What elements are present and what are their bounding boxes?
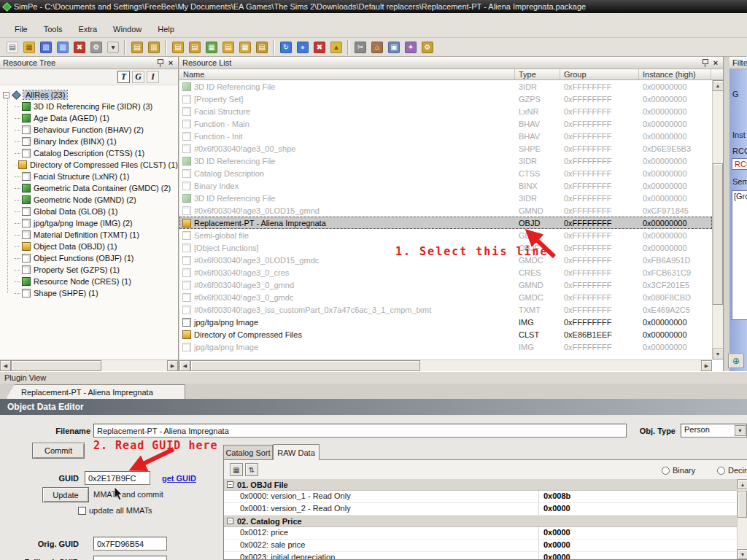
resource-row[interactable]: Replacement-PT - Aliena ImpregnataOBJD0x… bbox=[179, 217, 712, 229]
scroll-thumb[interactable] bbox=[713, 163, 723, 305]
cut-icon[interactable]: ✂ bbox=[352, 39, 368, 55]
package-save-icon[interactable]: ▥ bbox=[146, 39, 162, 55]
abort-icon[interactable]: ✖ bbox=[71, 39, 88, 55]
resource-row[interactable]: 3D ID Referencing File3IDR0xFFFFFFFF0x00… bbox=[179, 80, 712, 93]
tab-catalog-sort[interactable]: Catalog Sort bbox=[223, 445, 273, 459]
scroll-thumb[interactable] bbox=[190, 360, 420, 371]
menu-item-help[interactable]: Help bbox=[150, 23, 182, 36]
scroll-left-icon[interactable]: ◀ bbox=[179, 360, 190, 371]
resource-row[interactable]: #0x6f003040!age3_0_gmndGMND0xFFFFFFFF0x3… bbox=[179, 279, 712, 291]
options-gear-icon[interactable]: ⚙ bbox=[419, 39, 436, 55]
resource-row[interactable]: 3D ID Referencing File3IDR0xFFFFFFFF0x00… bbox=[179, 192, 712, 204]
resource-row[interactable]: Directory of Compressed FilesCLST0xE86B1… bbox=[179, 328, 712, 341]
pin-icon[interactable] bbox=[156, 58, 163, 67]
filename-input[interactable] bbox=[93, 424, 627, 438]
binary-radio[interactable]: Binary bbox=[662, 466, 695, 475]
wizard-icon[interactable]: ✦ bbox=[403, 39, 419, 55]
tree-item[interactable]: Property Set (GZPS) (1) bbox=[0, 264, 178, 276]
tree-item[interactable]: Global Data (GLOB) (1) bbox=[0, 206, 178, 217]
list-hscrollbar[interactable]: ◀ ▶ bbox=[179, 359, 712, 371]
resource-row[interactable]: jpg/tga/png ImageIMG0xFFFFFFFF0x00000000 bbox=[179, 316, 712, 328]
collapse-icon[interactable]: − bbox=[227, 518, 233, 524]
guid-input[interactable] bbox=[85, 471, 150, 485]
tree-root-item[interactable]: −AllRes (23) bbox=[0, 89, 178, 101]
resource-row[interactable]: #0x6f003040!age3_iss_customPart_0x7a47c6… bbox=[179, 303, 712, 316]
resource-import-icon[interactable]: ▦ bbox=[204, 39, 220, 55]
sort-by-i-button[interactable]: I bbox=[147, 71, 159, 83]
objtype-select[interactable]: Person ▼ bbox=[681, 424, 747, 438]
raw-data-row[interactable]: 0x0001: version_2 - Read Only0x0000 bbox=[224, 503, 737, 516]
raw-section-header[interactable]: −02. Catalog Price bbox=[224, 516, 737, 527]
menu-item-file[interactable]: File bbox=[7, 23, 35, 36]
update-all-mmats-checkbox[interactable] bbox=[78, 507, 86, 515]
raw-data-row[interactable]: 0x0000: version_1 - Read Only0x008b bbox=[224, 491, 737, 503]
column-header-type[interactable]: Type bbox=[515, 69, 560, 79]
scroll-up-icon[interactable]: ▲ bbox=[738, 479, 747, 489]
collapse-icon[interactable]: − bbox=[3, 92, 9, 98]
chevron-down-icon[interactable]: ▼ bbox=[735, 425, 746, 436]
open-file-icon[interactable]: ▦ bbox=[21, 39, 37, 55]
menu-item-window[interactable]: Window bbox=[106, 23, 149, 36]
column-header-instance-high-[interactable]: Instance (high) bbox=[639, 69, 711, 79]
scroll-right-icon[interactable]: ▶ bbox=[701, 360, 712, 371]
resource-row[interactable]: Facial StructureLxNR0xFFFFFFFF0x00000000 bbox=[179, 105, 712, 117]
tree-item[interactable]: Behaviour Function (BHAV) (2) bbox=[0, 124, 178, 136]
panel-splitter[interactable] bbox=[724, 57, 729, 371]
filter-listbox[interactable]: [Gro bbox=[732, 190, 747, 320]
tree-item[interactable]: Age Data (AGED) (1) bbox=[0, 112, 178, 124]
tree-item[interactable]: Geometric Node (GMND) (2) bbox=[0, 194, 178, 206]
raw-vscrollbar[interactable]: ▲ ▼ bbox=[737, 479, 747, 559]
package-new-icon[interactable]: ▤ bbox=[129, 39, 145, 55]
menu-item-tools[interactable]: Tools bbox=[36, 23, 70, 36]
resource-row[interactable]: Binary IndexBINX0xFFFFFFFF0x00000000 bbox=[179, 179, 712, 192]
delete-icon[interactable]: ✖ bbox=[311, 39, 328, 55]
refresh-icon[interactable]: ↻ bbox=[278, 39, 294, 55]
tree-item[interactable]: Object Functions (OBJF) (1) bbox=[0, 252, 178, 264]
tab-raw-data[interactable]: RAW Data bbox=[273, 444, 320, 460]
categorized-view-icon[interactable]: ▦ bbox=[230, 463, 243, 476]
menu-item-extra[interactable]: Extra bbox=[71, 23, 104, 36]
close-icon[interactable]: × bbox=[166, 58, 175, 67]
get-guid-link[interactable]: get GUID bbox=[162, 474, 196, 483]
list-vscrollbar[interactable]: ▲ ▼ bbox=[712, 80, 723, 359]
raw-data-row[interactable]: 0x0022: sale price0x0000 bbox=[224, 540, 737, 552]
resource-replace-icon[interactable]: ▦ bbox=[237, 39, 253, 55]
resource-row[interactable]: Semi-global fileGLOB0xFFFFFFFF0x00000000 bbox=[179, 229, 712, 241]
update-mmats-label[interactable]: MMATs and commit bbox=[93, 490, 163, 499]
filter-field[interactable]: RCC bbox=[732, 158, 747, 170]
decimal-radio[interactable]: Decimal bbox=[717, 466, 747, 475]
tree-item[interactable]: Object Data (OBJD) (1) bbox=[0, 241, 178, 252]
plugin-tab[interactable]: Replacement-PT - Aliena Impregnata bbox=[6, 384, 185, 399]
tree-item[interactable]: Material Definition (TXMT) (1) bbox=[0, 229, 178, 241]
resource-row[interactable]: 3D ID Referencing File3IDR0xFFFFFFFF0x00… bbox=[179, 155, 712, 167]
resource-row[interactable]: Function - MainBHAV0xFFFFFFFF0x00000000 bbox=[179, 117, 712, 130]
scroll-left-icon[interactable]: ◀ bbox=[0, 360, 11, 371]
resource-row[interactable]: #0x6f003040!age3_00_shpeSHPE0xFFFFFFFF0x… bbox=[179, 142, 712, 155]
web-icon[interactable]: ● bbox=[295, 39, 311, 55]
collapse-icon[interactable]: − bbox=[227, 481, 233, 488]
scroll-right-icon[interactable]: ▶ bbox=[167, 360, 178, 371]
scroll-up-icon[interactable]: ▲ bbox=[713, 80, 724, 91]
orig-guid-input[interactable] bbox=[93, 537, 167, 551]
resource-clone-icon[interactable]: ▤ bbox=[220, 39, 236, 55]
column-header-name[interactable]: Name bbox=[179, 69, 515, 79]
resource-export-icon[interactable]: ▤ bbox=[187, 39, 203, 55]
resource-row[interactable]: [Property Set]GZPS0xFFFFFFFF0x00000000 bbox=[179, 93, 712, 105]
scroll-thumb[interactable] bbox=[738, 491, 747, 518]
resource-row[interactable]: jpg/tga/png ImageIMG0xFFFFFFFF0x00000000 bbox=[179, 341, 712, 353]
tree-item[interactable]: Binary Index (BINX) (1) bbox=[0, 136, 178, 147]
preview-search-button[interactable]: ⊕ bbox=[728, 354, 744, 368]
resource-row[interactable]: #0x6f003040!age3_0_gmdcGMDC0xFFFFFFFF0x0… bbox=[179, 291, 712, 303]
sort-by-g-button[interactable]: G bbox=[132, 71, 144, 83]
tree-item[interactable]: jpg/tga/png Image (IMG) (2) bbox=[0, 217, 178, 229]
tree-item[interactable]: Directory of Compressed Files (CLST) (1) bbox=[0, 159, 178, 171]
scroll-down-icon[interactable]: ▼ bbox=[713, 349, 724, 359]
tree-item[interactable]: Facial Structure (LxNR) (1) bbox=[0, 171, 178, 182]
sort-az-icon[interactable]: ⇅ bbox=[245, 463, 258, 476]
resource-add-icon[interactable]: ▤ bbox=[170, 39, 186, 55]
photo-studio-icon[interactable]: ▣ bbox=[386, 39, 402, 55]
save-as-icon[interactable]: ▥ bbox=[55, 39, 71, 55]
tree-item[interactable]: Geometric Data Container (GMDC) (2) bbox=[0, 182, 178, 194]
commit-button[interactable]: Commit bbox=[32, 443, 85, 459]
tree-hscrollbar[interactable]: ◀ ▶ bbox=[0, 359, 178, 371]
